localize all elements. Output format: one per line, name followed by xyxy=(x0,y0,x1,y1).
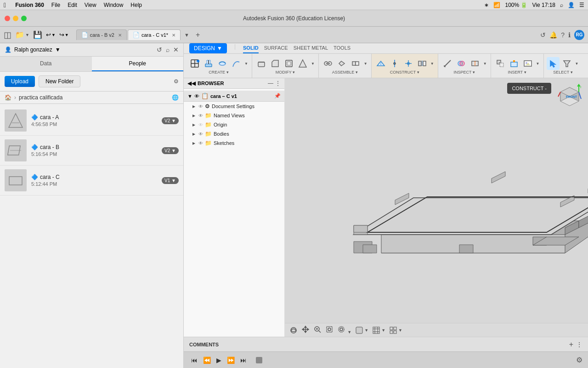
pan-btn[interactable] xyxy=(301,325,310,335)
tree-expand-origin[interactable]: ▶ xyxy=(191,122,197,127)
draft-btn[interactable] xyxy=(296,57,309,70)
maximize-button[interactable] xyxy=(21,16,27,21)
skip-back-btn[interactable]: ⏮ xyxy=(189,356,199,365)
tree-item-named-views[interactable]: ▶ 👁 📁 Named Views xyxy=(184,111,284,120)
canvas-btn[interactable] xyxy=(521,57,534,70)
tabs-dropdown[interactable]: ▼ xyxy=(181,31,192,39)
grid-display-btn[interactable]: ▼ xyxy=(372,326,385,334)
file-version-cara-a[interactable]: V2 ▼ xyxy=(162,117,179,124)
next-btn[interactable]: ⏩ xyxy=(225,356,237,365)
apple-icon[interactable]:  xyxy=(4,1,6,9)
minimize-button[interactable] xyxy=(13,16,18,21)
contact-btn[interactable] xyxy=(349,57,362,70)
tree-eye-origin[interactable]: 👁 xyxy=(198,122,203,127)
tab-cara-b[interactable]: 📄 cara - B v2 ✕ xyxy=(76,29,127,40)
tree-collapse-root[interactable]: ▼ xyxy=(187,93,192,99)
view-settings-btn[interactable]: ▼ xyxy=(389,326,402,334)
user-dropdown-icon[interactable]: ▼ xyxy=(55,46,61,53)
search-files-icon[interactable]: ⌕ xyxy=(166,46,170,53)
assemble-dropdown[interactable]: ▼ xyxy=(363,62,368,66)
file-item-cara-b[interactable]: 🔷 cara - B 5:16:54 PM V2 ▼ xyxy=(0,136,183,166)
motion-btn[interactable] xyxy=(335,57,348,70)
tree-item-origin[interactable]: ▶ 👁 📁 Origin xyxy=(184,120,284,129)
close-button[interactable] xyxy=(5,16,10,21)
mode-tab-surface[interactable]: SURFACE xyxy=(264,43,288,53)
grid-icon[interactable]: ◫ xyxy=(4,30,11,40)
tree-expand-bodies[interactable]: ▶ xyxy=(191,131,197,137)
tab-close-cara-b[interactable]: ✕ xyxy=(118,33,122,38)
inspect-dropdown[interactable]: ▼ xyxy=(482,62,488,66)
measure-btn[interactable] xyxy=(441,57,454,70)
derive-btn[interactable] xyxy=(494,57,507,70)
filter-btn[interactable] xyxy=(560,57,573,70)
mode-tab-tools[interactable]: TOOLS xyxy=(334,43,351,53)
tree-eye-named-views[interactable]: 👁 xyxy=(198,113,203,118)
look-at-btn[interactable]: ▼ xyxy=(337,325,351,335)
tree-item-document-settings[interactable]: ▶ 👁 ⚙ Document Settings xyxy=(184,102,284,111)
design-dropdown-btn[interactable]: DESIGN ▼ xyxy=(189,43,227,53)
sweep-btn[interactable] xyxy=(230,57,243,70)
point-btn[interactable] xyxy=(402,57,415,70)
create-dropdown[interactable]: ▼ xyxy=(243,62,249,66)
play-btn[interactable]: ▶ xyxy=(215,356,223,365)
tab-close-cara-c[interactable]: ✕ xyxy=(172,33,175,38)
menu-file[interactable]: File xyxy=(51,2,60,8)
decal-btn[interactable] xyxy=(508,57,520,70)
tree-expand-doc-settings[interactable]: ▶ xyxy=(191,104,197,109)
tree-item-bodies[interactable]: ▶ 👁 📁 Bodies xyxy=(184,129,284,138)
create-sketch-btn[interactable]: + xyxy=(188,57,201,70)
tree-item-sketches[interactable]: ▶ 👁 📁 Sketches xyxy=(184,138,284,148)
tab-cara-c[interactable]: 📄 cara - C v1* ✕ xyxy=(128,29,181,40)
menu-edit[interactable]: Edit xyxy=(68,2,77,8)
tree-expand-named-views[interactable]: ▶ xyxy=(191,113,197,118)
tree-root-pin-icon[interactable]: 📌 xyxy=(274,93,281,99)
browser-options-btn[interactable]: — xyxy=(268,80,273,86)
notifications-btn[interactable]: 🔔 xyxy=(549,31,557,39)
browser-collapse-btn[interactable]: ◀◀ xyxy=(187,80,196,86)
construct-dropdown[interactable]: ▼ xyxy=(430,62,435,66)
globe-icon[interactable]: 🌐 xyxy=(172,94,179,101)
browser-expand-btn[interactable]: ⋮ xyxy=(275,80,281,86)
comments-panel-toggle[interactable]: ⋮ xyxy=(576,341,582,348)
select-mode-btn[interactable] xyxy=(547,57,560,70)
tree-eye-bodies[interactable]: 👁 xyxy=(198,132,203,137)
joint-btn[interactable] xyxy=(322,57,334,70)
plane-btn[interactable] xyxy=(374,57,387,70)
fillet-btn[interactable] xyxy=(255,57,268,70)
timeline-marker-1[interactable] xyxy=(256,357,262,363)
undo-btn[interactable]: ↩▼ xyxy=(46,31,56,38)
tree-root-vis-icon[interactable]: 👁 xyxy=(194,93,199,99)
tree-eye-sketches[interactable]: 👁 xyxy=(198,141,203,146)
timeline-settings-btn[interactable]: ⚙ xyxy=(576,356,582,364)
insert-dropdown[interactable]: ▼ xyxy=(535,62,541,66)
save-btn[interactable]: 💾 xyxy=(33,30,42,39)
file-version-cara-c[interactable]: V1 ▼ xyxy=(162,177,179,184)
redo-btn[interactable]: ↪▼ xyxy=(59,31,69,38)
home-icon[interactable]: 🏠 xyxy=(5,94,11,101)
viewport-3d[interactable]: CONSTRUCT - FRONT xyxy=(285,78,588,337)
view-cube[interactable]: FRONT Y xyxy=(556,83,583,110)
tab-people[interactable]: People xyxy=(92,57,184,71)
help-btn[interactable]: ? xyxy=(561,31,565,39)
upload-button[interactable]: Upload xyxy=(5,76,35,87)
select-dropdown[interactable]: ▼ xyxy=(574,62,580,66)
refresh-files-icon[interactable]: ↺ xyxy=(157,46,162,53)
revolve-btn[interactable] xyxy=(216,57,229,70)
display-mode-btn[interactable]: ▼ xyxy=(355,326,368,334)
new-folder-button[interactable]: New Folder xyxy=(39,75,80,87)
chamfer-btn[interactable] xyxy=(269,57,282,70)
shell-btn[interactable] xyxy=(283,57,295,70)
user-icon-btn[interactable]: RG xyxy=(574,30,584,40)
mode-tab-sheet-metal[interactable]: SHEET METAL xyxy=(294,43,328,53)
timeline-track-area[interactable] xyxy=(256,357,572,363)
zoom-btn[interactable] xyxy=(313,325,322,335)
orbit-btn[interactable] xyxy=(289,326,298,334)
settings-icon[interactable]: ⚙ xyxy=(174,78,179,85)
extrude-btn[interactable] xyxy=(202,57,215,70)
mode-tab-solid[interactable]: SOLID xyxy=(243,43,259,53)
modify-dropdown[interactable]: ▼ xyxy=(310,62,316,66)
midplane-btn[interactable] xyxy=(416,57,429,70)
user-avatar[interactable]: 👤 xyxy=(568,2,575,8)
prev-btn[interactable]: ⏪ xyxy=(201,356,213,365)
file-save-btn[interactable]: 📁▼ xyxy=(15,30,29,39)
